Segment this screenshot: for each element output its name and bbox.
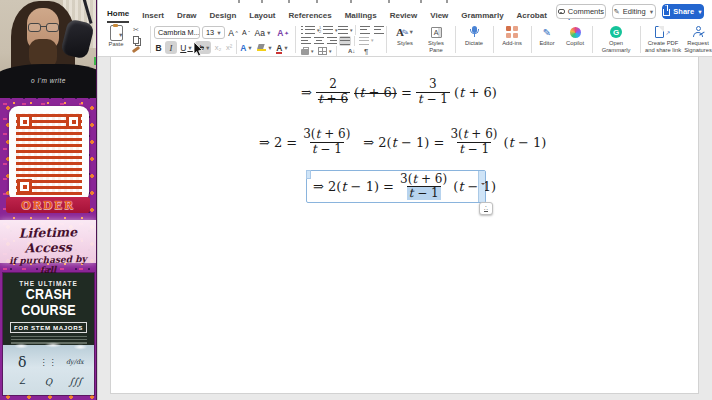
copilot-label: Copilot (561, 40, 589, 47)
change-case-button[interactable]: Aa▼ (255, 26, 271, 39)
tab-mailings[interactable]: Mailings (345, 11, 377, 23)
justify-button[interactable] (339, 36, 351, 46)
equation-dropdown[interactable] (478, 171, 485, 202)
shirt-text: o I'm write (0, 77, 97, 84)
tab-review[interactable]: Review (390, 11, 418, 23)
screen: o I'm write ORDER Lifetime Access if pur… (0, 0, 712, 400)
chevron-down-icon: ▼ (649, 9, 654, 15)
qat-tick (316, 0, 318, 3)
text-effects-button[interactable]: A▼ (239, 41, 254, 54)
show-paragraph-marks-button[interactable]: ¶ (363, 46, 369, 56)
tab-insert[interactable]: Insert (142, 11, 164, 23)
sort-icon: A↓ (348, 48, 355, 54)
q-symbol: Q (45, 377, 52, 387)
tab-grammarly[interactable]: Grammarly (461, 11, 503, 23)
link-arrow-icon: ↗ (665, 29, 670, 36)
comment-icon (558, 9, 565, 15)
tab-design[interactable]: Design (210, 11, 237, 23)
equation-row-1[interactable]: ⇒ 2t + 6 (t + 6) = 3t − 1 (t + 6) (299, 70, 495, 114)
open-grammarly-button[interactable]: G Open Grammarly (595, 25, 637, 53)
editing-mode-button[interactable]: ✎ Editing ▼ (612, 4, 656, 19)
styles-pane-icon: A (431, 27, 442, 38)
qr-pattern (16, 113, 82, 195)
dictate-mic-icon (468, 26, 480, 39)
share-label: Share (673, 7, 694, 16)
addins-button[interactable]: Add-ins (497, 25, 527, 47)
tab-view[interactable]: View (430, 11, 448, 23)
format-painter-icon[interactable] (132, 46, 140, 53)
font-color-button[interactable]: A▼ (275, 41, 290, 54)
underline-button[interactable]: U▼ (179, 41, 194, 54)
subscript-button[interactable]: x₂ (213, 41, 223, 54)
equation-options-handle[interactable]: ∴ (479, 202, 493, 215)
superscript-button[interactable]: x² (224, 41, 234, 54)
addins-grid-icon (506, 26, 517, 37)
borders-button[interactable]: ▼ (317, 46, 333, 56)
tab-draw[interactable]: Draw (177, 11, 197, 23)
signature-person-icon (692, 26, 704, 38)
tab-home[interactable]: Home (107, 9, 129, 23)
styles-button[interactable]: A✎▼ Styles (391, 25, 419, 47)
qat-tick (388, 0, 390, 3)
editor-label: Editor (534, 40, 560, 47)
cut-icon[interactable]: ✂ (133, 26, 139, 33)
copilot-button[interactable]: Copilot (561, 25, 589, 47)
tab-references[interactable]: References (289, 11, 332, 23)
qat-tick (238, 0, 240, 3)
tab-acrobat[interactable]: Acrobat (517, 11, 547, 23)
order-banner: ORDER (6, 197, 90, 213)
line-spacing-button[interactable]: ▼ (358, 36, 375, 46)
font-size-select[interactable]: 13 ▼ (202, 26, 225, 39)
equation-row-clipped[interactable]: ⇒ 2t + 6 (t + 6) = 3t − 1 (t + 6) (239, 57, 574, 63)
editing-label: Editing (623, 7, 646, 16)
editor-button[interactable]: ✎ Editor (534, 25, 560, 47)
poster-subtitle: FOR STEM MAJORS (10, 322, 87, 333)
paste-button[interactable]: ▼ Paste (103, 25, 129, 48)
selection-nub (306, 170, 311, 179)
align-left-button[interactable] (300, 36, 312, 46)
home-toolbar: ▼ Paste ✂ Cambria M... ▼ 13 ▼ (98, 23, 712, 57)
selected-equation-box[interactable]: ⇒ 2(t − 1) = 3(t + 6)t − 1 (t − 1) (306, 170, 486, 203)
clear-formatting-button[interactable]: A✦ (276, 26, 290, 39)
align-right-button[interactable] (326, 36, 338, 46)
styles-pane-label: Styles Pane (421, 40, 451, 53)
mouse-cursor (193, 42, 205, 58)
math-symbols-strip: δ ⋮⋮ dy/dx ∠ Q ∫∫∫ (3, 345, 94, 395)
highlight-button[interactable]: ▼ (257, 41, 273, 54)
increase-indent-button[interactable] (373, 25, 385, 35)
align-center-button[interactable] (313, 36, 325, 46)
bold-button[interactable]: B (153, 41, 164, 54)
sort-button[interactable]: A↓ (347, 46, 356, 56)
copy-icon[interactable] (133, 36, 139, 44)
equation-row-2[interactable]: ⇒ 2 = 3(t + 6)t − 1 ⇒ 2(t − 1) = 3(t + 6… (257, 120, 537, 164)
copilot-icon (570, 27, 581, 38)
qat-tick (288, 0, 290, 3)
share-button[interactable]: Share ▼ (662, 4, 704, 19)
styles-label: Styles (391, 40, 419, 47)
order-label: ORDER (21, 199, 74, 212)
tab-layout[interactable]: Layout (249, 11, 275, 23)
font-name-select[interactable]: Cambria M... ▼ (154, 26, 200, 39)
document-page[interactable]: ⇒ 2t + 6 (t + 6) = 3t − 1 (t + 6) ⇒ 2t +… (110, 57, 699, 394)
promo-line1: Lifetime Access (0, 224, 96, 257)
comments-button[interactable]: Comments (556, 4, 606, 19)
triple-integral-symbol: ∫∫∫ (69, 376, 82, 387)
decrease-indent-button[interactable] (359, 25, 371, 35)
font-name-value: Cambria M... (158, 28, 200, 37)
create-pdf-button[interactable]: ↗ Create PDF and share link (643, 25, 683, 53)
paste-label: Paste (103, 41, 129, 48)
multilevel-list-button[interactable]: ▼ (337, 25, 354, 35)
styles-pane-button[interactable]: A Styles Pane (421, 25, 451, 53)
shrink-font-button[interactable]: Aˇ (240, 26, 252, 39)
request-signatures-button[interactable]: Request Signatures (684, 25, 712, 53)
italic-button[interactable]: I (165, 41, 177, 54)
qr-code (9, 106, 89, 202)
borders-icon (318, 47, 327, 55)
grow-font-button[interactable]: A^ (227, 26, 239, 39)
dictate-button[interactable]: Dictate (459, 25, 489, 47)
angle-symbol: ∠ (18, 376, 26, 387)
grammarly-icon: G (610, 26, 622, 38)
qat-tick (261, 0, 263, 3)
shading-button[interactable]: ▼ (300, 46, 315, 56)
matrix-symbol: ⋮⋮ (39, 358, 57, 367)
